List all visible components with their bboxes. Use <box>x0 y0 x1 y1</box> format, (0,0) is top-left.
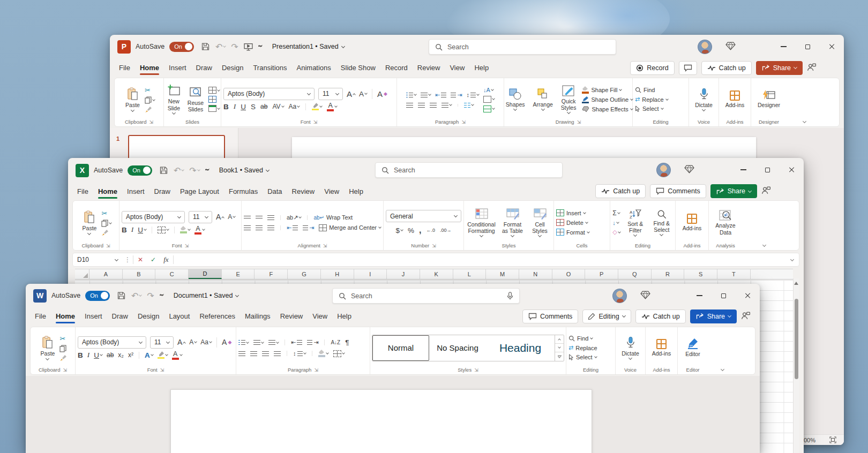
top-align-button[interactable] <box>244 216 251 219</box>
avatar[interactable] <box>612 289 627 303</box>
find-button[interactable]: Find <box>568 335 593 342</box>
bullets-button[interactable] <box>406 93 416 97</box>
slide-layout-button[interactable] <box>208 87 220 94</box>
tab-transitions[interactable]: Transitions <box>248 60 291 76</box>
sort-button[interactable]: A↓Z <box>331 339 340 345</box>
text-shadow-button[interactable]: S <box>251 103 256 111</box>
character-spacing-button[interactable]: AV <box>272 103 283 110</box>
document-title[interactable]: Book1 • Saved <box>219 167 269 174</box>
cancel-entry-icon[interactable]: ✕ <box>138 256 143 263</box>
tab-draw[interactable]: Draw <box>149 184 175 199</box>
strikethrough-button[interactable]: ab <box>260 103 267 110</box>
column-header-n[interactable]: N <box>519 269 552 279</box>
word-app-icon[interactable]: W <box>33 289 47 303</box>
numbering-button[interactable] <box>253 340 264 345</box>
fill-button[interactable]: ↓ <box>612 220 620 226</box>
select-all-corner[interactable] <box>75 269 89 279</box>
add-ins-button[interactable]: Add-ins <box>680 213 704 232</box>
autosave-toggle[interactable]: On <box>169 42 194 52</box>
style-heading[interactable]: Heading <box>486 335 555 361</box>
shading-button[interactable] <box>318 350 328 357</box>
format-painter-button[interactable] <box>145 106 155 113</box>
shape-outline-button[interactable]: Shape Outline <box>582 96 633 104</box>
add-ins-button[interactable]: Add-ins <box>723 90 747 109</box>
highlight-color-button[interactable] <box>158 351 168 359</box>
insert-cells-button[interactable]: Insert <box>556 209 586 216</box>
tab-references[interactable]: References <box>194 308 240 324</box>
fill-color-button[interactable] <box>180 226 190 233</box>
name-box-handle[interactable]: ⋮ <box>124 256 131 263</box>
cut-button[interactable]: ✂ <box>145 86 155 94</box>
decrease-indent-button[interactable]: ⇤ <box>291 339 302 346</box>
middle-align-button[interactable] <box>256 216 263 220</box>
show-formatting-marks-button[interactable]: ¶ <box>345 338 349 346</box>
cut-button[interactable]: ✂ <box>59 335 67 343</box>
justify-button[interactable] <box>442 103 452 108</box>
accept-entry-icon[interactable]: ✓ <box>151 256 156 263</box>
collapse-ribbon-icon[interactable] <box>803 119 806 123</box>
column-header-f[interactable]: F <box>255 269 288 279</box>
multilevel-list-button[interactable] <box>268 340 279 345</box>
grow-font-button[interactable]: A <box>347 89 355 99</box>
italic-button[interactable]: I <box>234 102 236 111</box>
tab-draw[interactable]: Draw <box>191 60 217 76</box>
text-effects-button[interactable]: A <box>145 351 153 359</box>
arrange-button[interactable]: Arrange <box>530 88 555 111</box>
tab-home[interactable]: Home <box>51 308 80 324</box>
dictate-button[interactable]: Dictate <box>693 87 715 111</box>
delete-cells-button[interactable]: Delete <box>556 219 588 226</box>
paste-button[interactable]: Paste <box>39 335 57 360</box>
tab-file[interactable]: File <box>30 308 51 324</box>
tab-view[interactable]: View <box>308 308 332 324</box>
font-name-combo[interactable]: Aptos (Body) <box>78 336 146 349</box>
align-center-button[interactable] <box>418 103 425 108</box>
gallery-more-icon[interactable] <box>555 352 564 360</box>
avatar[interactable] <box>656 163 671 177</box>
comments-button[interactable]: Comments <box>522 309 578 323</box>
shrink-font-button[interactable]: A <box>189 338 197 346</box>
powerpoint-app-icon[interactable]: P <box>117 40 131 54</box>
dialog-launcher-icon[interactable]: ⇲ <box>149 119 154 125</box>
voice-search-mic-icon[interactable] <box>507 292 513 300</box>
paste-button[interactable]: Paste <box>123 87 142 111</box>
document-title[interactable]: Presentation1 • Saved <box>272 43 345 50</box>
merge-and-center-button[interactable]: Merge and Center <box>319 224 381 231</box>
decrease-indent-button[interactable]: ⇤ <box>435 92 446 99</box>
insert-function-icon[interactable]: fx <box>163 255 168 264</box>
excel-app-icon[interactable]: X <box>76 164 89 177</box>
underline-button[interactable]: U <box>138 226 146 234</box>
premium-gem-icon[interactable] <box>725 42 736 52</box>
align-left-button[interactable] <box>238 351 245 356</box>
column-header-t[interactable]: T <box>717 269 751 279</box>
align-right-button[interactable] <box>430 103 437 108</box>
line-spacing-button[interactable]: ↕ <box>466 92 479 98</box>
tab-help[interactable]: Help <box>344 184 368 199</box>
maximize-button[interactable] <box>755 158 780 182</box>
bold-button[interactable]: B <box>78 351 83 359</box>
redo-icon[interactable]: ↷ <box>231 42 238 52</box>
highlight-color-button[interactable] <box>312 103 322 111</box>
align-left-button[interactable] <box>244 225 251 230</box>
tab-insert[interactable]: Insert <box>164 60 191 76</box>
font-color-button[interactable]: A <box>327 102 337 111</box>
replace-button[interactable]: ⇄Replace <box>635 96 668 103</box>
document-page[interactable] <box>170 389 592 453</box>
fit-slide-to-window-icon[interactable] <box>829 436 836 443</box>
qat-overflow-icon[interactable] <box>205 169 209 171</box>
autosave-toggle[interactable]: On <box>85 291 110 301</box>
scroll-up-icon[interactable] <box>794 282 798 285</box>
tab-review[interactable]: Review <box>287 184 320 199</box>
percent-style-button[interactable]: % <box>408 227 414 235</box>
clear-formatting-button[interactable]: A◆ <box>222 338 231 346</box>
start-presentation-icon[interactable] <box>244 43 253 51</box>
dialog-launcher-icon[interactable]: ⇲ <box>432 243 436 248</box>
tab-insert[interactable]: Insert <box>80 308 107 324</box>
search-box[interactable]: Search <box>332 288 520 304</box>
increase-indent-button[interactable]: ⇥ <box>303 224 314 231</box>
reset-slide-button[interactable] <box>208 96 220 103</box>
column-header-b[interactable]: B <box>123 269 156 279</box>
font-name-combo[interactable]: Aptos (Body) <box>223 88 315 100</box>
tab-help[interactable]: Help <box>332 308 356 324</box>
document-title[interactable]: Document1 • Saved <box>174 292 239 299</box>
bold-button[interactable]: B <box>122 226 127 234</box>
